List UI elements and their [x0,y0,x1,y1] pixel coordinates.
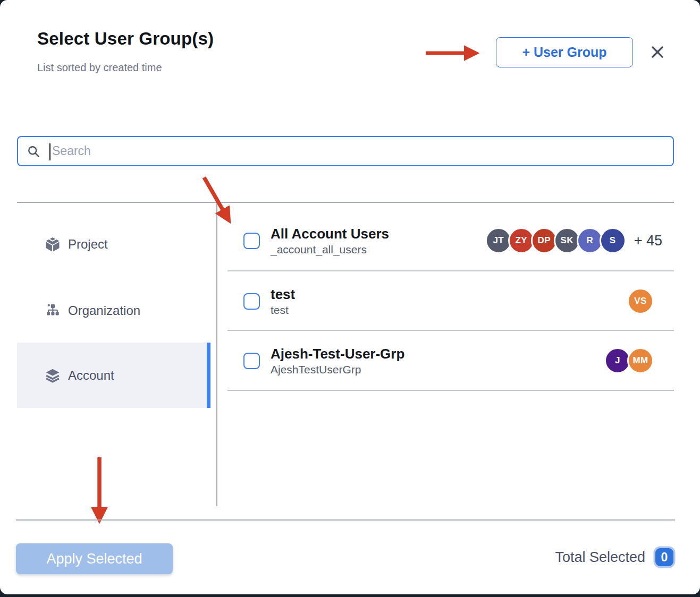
group-checkbox[interactable] [243,233,260,249]
group-name: test [271,286,295,303]
text-caret [49,143,50,160]
group-id: _account_all_users [271,243,389,256]
layers-icon [45,368,61,383]
apply-selected-button[interactable]: Apply Selected [16,543,173,574]
avatar-overflow-count: + 45 [634,233,662,249]
org-chart-icon [45,303,61,319]
sidebar-item-label: Project [68,237,108,252]
select-user-group-modal: Select User Group(s) List sorted by crea… [0,0,700,594]
sidebar-item-account[interactable]: Account [17,343,210,408]
page-title: Select User Group(s) [37,29,214,49]
sidebar-divider [216,202,217,506]
sidebar-item-organization[interactable]: Organization [17,291,208,330]
close-button[interactable] [648,42,667,62]
add-user-group-button[interactable]: + User Group [496,37,633,67]
group-row-test[interactable]: test test VS [229,271,674,331]
group-row-all-account-users[interactable]: All Account Users _account_all_users JT … [229,211,674,270]
group-id: AjeshTestUserGrp [271,363,404,376]
sidebar-item-label: Organization [68,303,140,318]
avatar-group: J MM [604,347,654,374]
avatar-group: VS [627,288,654,314]
group-id: test [271,304,295,317]
group-name: All Account Users [271,226,389,242]
avatar: VS [627,288,654,314]
cube-icon [45,236,61,252]
sidebar-item-label: Account [68,368,114,383]
close-icon [649,44,666,61]
total-selected-count-badge: 0 [655,548,673,566]
selected-tab-indicator [207,343,210,408]
red-arrow-to-user-group-button [424,45,490,61]
row-separator [227,390,674,391]
group-checkbox[interactable] [243,353,260,369]
avatar: S [600,227,626,254]
group-row-ajesh-test-user-grp[interactable]: Ajesh-Test-User-Grp AjeshTestUserGrp J M… [229,331,674,390]
group-checkbox[interactable] [243,293,260,310]
search-box [17,136,674,166]
total-selected-label: Total Selected [555,549,645,566]
red-arrow-to-apply-button [85,454,114,535]
search-icon [27,144,41,159]
sort-hint-text: List sorted by created time [37,62,162,74]
avatar: MM [627,347,654,374]
sidebar-item-project[interactable]: Project [17,225,208,264]
group-name: Ajesh-Test-User-Grp [271,346,404,362]
search-input[interactable] [18,137,673,165]
footer-divider [16,519,675,521]
avatar-group: JT ZY DP SK R S [485,227,626,254]
total-selected: Total Selected 0 [555,548,673,566]
content-divider [17,202,674,203]
